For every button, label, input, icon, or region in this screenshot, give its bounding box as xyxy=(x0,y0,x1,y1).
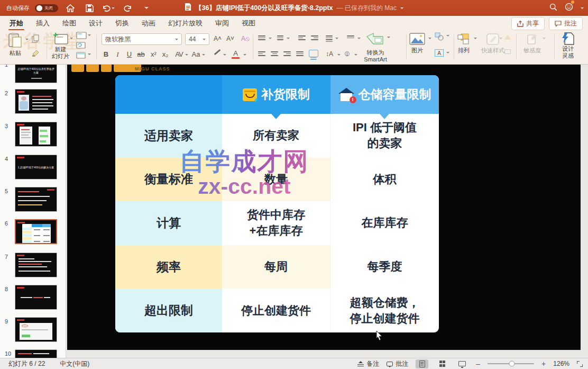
thumbnail-slide-7[interactable] xyxy=(15,253,57,277)
layout-dropdown-icon[interactable] xyxy=(88,34,91,36)
smiley-dropdown-icon[interactable] xyxy=(581,7,584,9)
copy-icon[interactable] xyxy=(32,34,39,45)
zoom-out-button[interactable]: – xyxy=(476,359,480,368)
smartart-icon[interactable] xyxy=(366,32,384,47)
strikethrough-button[interactable]: ab xyxy=(135,50,146,58)
slideshow-view-button[interactable] xyxy=(456,359,468,368)
new-slide-dropdown-icon[interactable] xyxy=(70,38,73,39)
current-slide[interactable]: MIGU CLASS + 补货限制 ! 仓储 xyxy=(67,65,581,350)
comments-button[interactable]: 批注 xyxy=(549,17,583,30)
align-left-icon[interactable] xyxy=(258,51,265,56)
superscript-button[interactable]: x² xyxy=(148,50,159,58)
clear-formatting-button[interactable]: A⦸ xyxy=(241,35,250,42)
sensitivity-button[interactable]: 敏感度 xyxy=(523,33,541,54)
sensitivity-dropdown-icon[interactable] xyxy=(543,38,546,39)
textbox-dropdown-icon[interactable] xyxy=(446,52,449,53)
change-case-button[interactable]: Aa xyxy=(190,50,201,58)
align-right-icon[interactable] xyxy=(283,51,291,56)
shapes-icon[interactable] xyxy=(435,32,444,43)
arrange-button[interactable]: 排列 xyxy=(457,33,471,54)
highlight-dropdown-icon[interactable] xyxy=(223,54,226,56)
section-dropdown-icon[interactable] xyxy=(88,53,91,55)
bold-button[interactable]: B xyxy=(100,50,112,58)
section-icon[interactable] xyxy=(76,51,86,61)
shapes-dropdown-icon[interactable] xyxy=(446,35,449,37)
tab-animations[interactable]: 动画 xyxy=(135,16,162,30)
underline-button[interactable]: U xyxy=(124,50,135,58)
format-painter-icon[interactable] xyxy=(32,49,40,59)
comparison-table[interactable]: + 补货限制 ! 仓储容量限制 xyxy=(115,75,439,332)
thumbnail-slide-5[interactable] xyxy=(15,187,57,212)
character-spacing-button[interactable]: AV xyxy=(173,50,185,58)
align-text-icon[interactable]: ⦶ xyxy=(345,50,350,58)
thumbnail-slide-3[interactable] xyxy=(15,122,57,147)
subscript-button[interactable]: x₂ xyxy=(160,50,171,58)
textbox-icon[interactable]: A xyxy=(435,49,444,57)
grow-font-button[interactable]: A˄ xyxy=(214,35,222,42)
fit-slide-to-window-icon[interactable] xyxy=(577,361,583,367)
font-name-select[interactable]: 微软雅黑 xyxy=(102,33,182,45)
distribute-icon[interactable] xyxy=(309,50,318,57)
thumbnail-slide-10[interactable] xyxy=(15,349,57,358)
font-color-button[interactable]: A xyxy=(232,49,240,59)
increase-indent-icon[interactable] xyxy=(311,35,318,40)
italic-button[interactable]: I xyxy=(112,50,123,59)
numbering-icon[interactable] xyxy=(277,35,283,40)
line-spacing-dropdown-icon[interactable] xyxy=(335,38,338,39)
bullets-dropdown-icon[interactable] xyxy=(269,38,272,39)
tab-review[interactable]: 审阅 xyxy=(209,16,235,30)
title-dropdown-icon[interactable] xyxy=(400,7,403,9)
thumbnail-slide-6-selected[interactable] xyxy=(15,219,57,244)
picture-dropdown-icon[interactable] xyxy=(428,38,431,39)
numbering-dropdown-icon[interactable] xyxy=(287,38,290,39)
home-icon[interactable] xyxy=(63,3,77,13)
slide-sorter-view-button[interactable] xyxy=(436,359,448,368)
save-icon[interactable] xyxy=(82,3,96,13)
autosave-toggle[interactable]: 关闭 xyxy=(35,4,58,12)
new-slide-button[interactable]: 新建幻灯片 xyxy=(52,32,69,59)
layout-icon[interactable] xyxy=(76,32,87,41)
tab-home[interactable]: 开始 xyxy=(3,16,30,30)
tab-design[interactable]: 设计 xyxy=(82,16,109,30)
language-indicator[interactable]: 中文(中国) xyxy=(60,359,89,368)
font-size-select[interactable]: 44 xyxy=(185,33,209,45)
shape-outline-icon[interactable] xyxy=(504,49,511,54)
quick-styles-button[interactable]: 快速样式 xyxy=(481,33,504,54)
slide-thumbnail-panel[interactable]: 1 店铺IPI低于400分以及旺季备货方案 2 3 xyxy=(0,65,66,358)
zoom-slider[interactable] xyxy=(488,363,534,364)
normal-view-button[interactable] xyxy=(416,359,428,368)
font-color-dropdown-icon[interactable] xyxy=(243,54,246,56)
highlight-pen-icon[interactable] xyxy=(214,49,221,55)
shape-fill-icon[interactable] xyxy=(504,34,511,40)
smartart-dropdown-icon[interactable] xyxy=(387,37,390,38)
smartart-label[interactable]: 转换为SmartArt xyxy=(362,49,389,62)
arrange-dropdown-icon[interactable] xyxy=(474,38,477,39)
shrink-font-button[interactable]: A˅ xyxy=(226,35,234,42)
paste-button[interactable]: 粘贴 xyxy=(8,32,22,57)
change-case-dropdown-icon[interactable] xyxy=(202,54,205,56)
justify-icon[interactable] xyxy=(296,51,304,56)
tab-view[interactable]: 视图 xyxy=(235,16,262,30)
notes-button[interactable]: 备注 xyxy=(357,359,379,368)
zoom-in-button[interactable]: + xyxy=(541,359,546,368)
zoom-slider-knob[interactable] xyxy=(509,361,514,367)
thumbnail-slide-9[interactable] xyxy=(15,317,57,342)
design-ideas-button[interactable]: 设计灵感 xyxy=(561,32,575,59)
picture-button[interactable]: 图片 xyxy=(409,33,425,54)
char-spacing-dropdown-icon[interactable] xyxy=(185,54,188,56)
tab-transitions[interactable]: 切换 xyxy=(109,16,135,30)
bullets-icon[interactable] xyxy=(258,35,265,40)
columns-dropdown-icon[interactable] xyxy=(357,38,361,39)
columns-icon[interactable] xyxy=(347,35,354,38)
thumbnail-slide-4[interactable]: 1.店铺IPI低于400分的解决方案 xyxy=(15,155,57,179)
saved-status[interactable]: — 已保存到我的 Mac xyxy=(337,4,397,13)
search-icon[interactable] xyxy=(549,3,557,13)
thumbnail-slide-8[interactable] xyxy=(15,285,57,310)
text-direction-dropdown-icon[interactable] xyxy=(337,54,341,56)
customize-toolbar-icon[interactable] xyxy=(140,3,153,13)
thumbnail-slide-1[interactable]: 店铺IPI低于400分以及旺季备货方案 xyxy=(15,65,57,83)
undo-dropdown-icon[interactable] xyxy=(112,7,115,9)
feedback-smiley-icon[interactable] xyxy=(565,3,573,13)
reset-slide-icon[interactable] xyxy=(76,41,86,51)
redo-icon[interactable] xyxy=(121,3,134,13)
